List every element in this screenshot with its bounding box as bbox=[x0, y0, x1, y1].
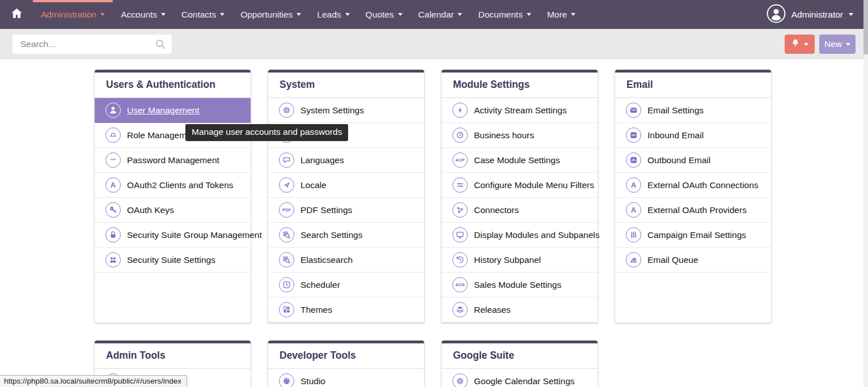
admin-link-case-module-settings[interactable]: AOPCase Module Settings bbox=[442, 148, 598, 173]
admin-link-label: Activity Stream Settings bbox=[474, 105, 567, 116]
admin-link-external-oauth-connections[interactable]: AExternal OAuth Connections bbox=[615, 173, 771, 198]
admin-link-label: Security Suite Settings bbox=[127, 255, 215, 265]
bolt-icon bbox=[452, 103, 468, 118]
chevron-down-icon bbox=[345, 13, 350, 16]
new-button[interactable]: New bbox=[819, 35, 856, 54]
nav-item-opportunities[interactable]: Opportunities bbox=[232, 0, 309, 29]
chevron-down-icon bbox=[846, 43, 850, 46]
admin-link-label: Password Management bbox=[127, 155, 219, 165]
chevron-down-icon bbox=[100, 13, 105, 16]
admin-link-label: Themes bbox=[300, 305, 332, 315]
admin-link-oauth2-clients-and-tokens[interactable]: AOAuth2 Clients and Tokens bbox=[95, 173, 251, 198]
admin-link-label: External OAuth Providers bbox=[647, 205, 747, 215]
admin-link-label: Languages bbox=[300, 155, 344, 165]
admin-link-sales-module-settings[interactable]: AOSSales Module Settings bbox=[442, 273, 598, 297]
nav-item-administration[interactable]: Administration bbox=[33, 0, 113, 29]
admin-link-themes[interactable]: Themes bbox=[268, 297, 424, 322]
user-name: Administrator bbox=[791, 10, 843, 20]
user-menu[interactable]: Administrator bbox=[767, 0, 868, 29]
chevron-down-icon bbox=[161, 13, 166, 16]
envelope-icon bbox=[626, 103, 641, 118]
gear-icon bbox=[452, 373, 468, 387]
nav-item-quotes[interactable]: Quotes bbox=[358, 0, 410, 29]
admin-link-releases[interactable]: Releases bbox=[442, 297, 598, 322]
user-icon bbox=[105, 103, 121, 118]
nav-item-leads[interactable]: Leads bbox=[309, 0, 357, 29]
card-module-settings: Module SettingsActivity Stream SettingsB… bbox=[441, 70, 598, 323]
main-nav: AdministrationAccountsContactsOpportunit… bbox=[33, 0, 583, 29]
card-title: Users & Authentication bbox=[95, 73, 251, 98]
admin-link-email-settings[interactable]: Email Settings bbox=[615, 98, 771, 123]
admin-link-security-suite-settings[interactable]: Security Suite Settings bbox=[95, 248, 251, 273]
nav-item-label: Opportunities bbox=[240, 10, 293, 20]
admin-link-inbound-email[interactable]: Inbound Email bbox=[615, 123, 771, 148]
admin-link-business-hours[interactable]: Business hours bbox=[442, 123, 598, 148]
admin-link-label: Connectors bbox=[474, 205, 519, 215]
card-title: Email bbox=[615, 73, 771, 98]
home-icon bbox=[11, 8, 23, 21]
admin-link-outbound-email[interactable]: Outbound Email bbox=[615, 148, 771, 173]
admin-link-label: Inbound Email bbox=[647, 130, 704, 141]
admin-link-label: OAuth Keys bbox=[127, 205, 174, 215]
admin-link-user-management[interactable]: User Management bbox=[95, 98, 251, 123]
nav-item-more[interactable]: More bbox=[539, 0, 583, 29]
admin-link-studio[interactable]: Studio bbox=[268, 369, 424, 387]
admin-link-email-queue[interactable]: Email Queue bbox=[615, 248, 771, 273]
admin-link-label: Elasticsearch bbox=[300, 255, 353, 265]
admin-link-configure-module-menu-filters[interactable]: Configure Module Menu Filters bbox=[442, 173, 598, 198]
monitor-icon bbox=[452, 227, 468, 243]
admin-link-history-subpanel[interactable]: History Subpanel bbox=[442, 248, 598, 273]
nav-item-contacts[interactable]: Contacts bbox=[173, 0, 232, 29]
admin-link-connectors[interactable]: Connectors bbox=[442, 198, 598, 223]
admin-link-label: Search Settings bbox=[300, 230, 362, 240]
search-input[interactable] bbox=[12, 35, 172, 54]
admin-link-label: Outbound Email bbox=[647, 155, 710, 165]
card-title: Module Settings bbox=[442, 73, 598, 98]
new-button-label: New bbox=[824, 39, 842, 49]
search-icon bbox=[155, 39, 166, 50]
user-avatar-icon bbox=[767, 4, 786, 25]
admin-link-external-oauth-providers[interactable]: AExternal OAuth Providers bbox=[615, 198, 771, 223]
pdf-text-icon: PDF bbox=[279, 202, 294, 218]
aos-text-icon: AOS bbox=[452, 277, 468, 292]
search-strip: New bbox=[0, 29, 868, 59]
admin-link-label: Email Queue bbox=[647, 255, 698, 265]
letter-a-icon: A bbox=[105, 177, 121, 193]
admin-link-activity-stream-settings[interactable]: Activity Stream Settings bbox=[442, 98, 598, 123]
admin-link-label: History Subpanel bbox=[474, 255, 541, 265]
admin-link-display-modules-and-subpanels[interactable]: Display Modules and Subpanels bbox=[442, 223, 598, 248]
card-developer-tools: Developer ToolsStudio bbox=[268, 341, 425, 387]
vertical-scrollbar[interactable] bbox=[863, 0, 868, 387]
nav-item-calendar[interactable]: Calendar bbox=[410, 0, 471, 29]
admin-link-oauth-keys[interactable]: OAuth Keys bbox=[95, 198, 251, 223]
chevron-down-icon bbox=[804, 43, 808, 46]
nav-item-label: More bbox=[547, 10, 567, 20]
admin-link-label: External OAuth Connections bbox=[647, 180, 759, 190]
nav-item-label: Contacts bbox=[181, 10, 216, 20]
admin-link-label: Locale bbox=[300, 180, 327, 190]
scrollbar-thumb[interactable] bbox=[863, 0, 868, 54]
letter-a-icon: A bbox=[626, 177, 641, 193]
admin-link-scheduler[interactable]: Scheduler bbox=[268, 273, 424, 297]
admin-link-languages[interactable]: Languages bbox=[268, 148, 424, 173]
history-icon bbox=[452, 252, 468, 267]
admin-link-password-management[interactable]: ***Password Management bbox=[95, 148, 251, 173]
nav-item-documents[interactable]: Documents bbox=[470, 0, 539, 29]
admin-link-system-settings[interactable]: System Settings bbox=[268, 98, 424, 123]
admin-link-pdf-settings[interactable]: PDFPDF Settings bbox=[268, 198, 424, 223]
nav-item-accounts[interactable]: Accounts bbox=[113, 0, 173, 29]
admin-link-search-settings[interactable]: Search Settings bbox=[268, 223, 424, 248]
home-button[interactable] bbox=[0, 0, 33, 29]
snail-icon bbox=[626, 252, 641, 267]
tooltip: Manage user accounts and passwords bbox=[185, 124, 348, 141]
chevron-down-icon bbox=[458, 13, 462, 16]
notifications-button[interactable] bbox=[785, 35, 815, 54]
nav-item-label: Documents bbox=[478, 10, 522, 20]
admin-link-elasticsearch[interactable]: Elasticsearch bbox=[268, 248, 424, 273]
search-mod-icon bbox=[279, 252, 294, 267]
admin-link-google-calendar-settings[interactable]: Google Calendar Settings bbox=[442, 369, 598, 387]
admin-link-security-suite-group-management[interactable]: Security Suite Group Management bbox=[95, 223, 251, 248]
plane-icon bbox=[279, 177, 294, 193]
admin-link-locale[interactable]: Locale bbox=[268, 173, 424, 198]
admin-link-campaign-email-settings[interactable]: Campaign Email Settings bbox=[615, 223, 771, 248]
